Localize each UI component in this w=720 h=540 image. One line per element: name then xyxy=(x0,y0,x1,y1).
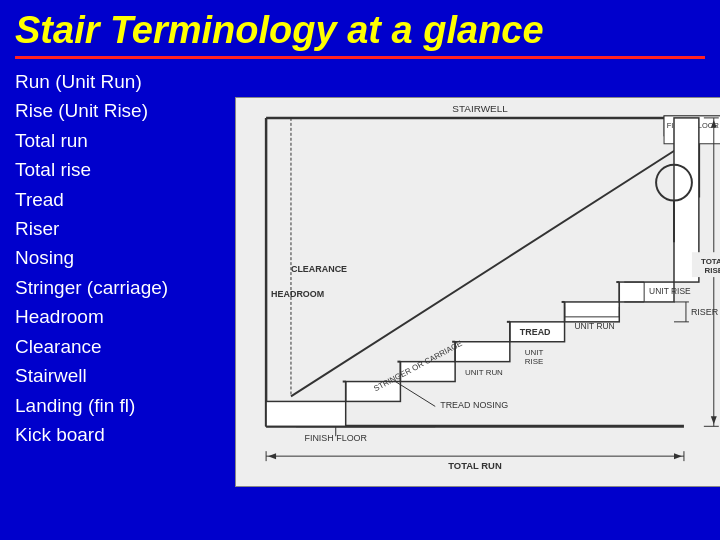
list-item: Stringer (carriage) xyxy=(15,273,225,302)
list-item: Total rise xyxy=(15,155,225,184)
slide-title: Stair Terminology at a glance xyxy=(15,10,705,52)
svg-rect-16 xyxy=(266,401,346,426)
stair-diagram: FINISH FLOOR STAIRWELL FINISH FLOOR FINI… xyxy=(235,97,720,487)
svg-text:TREAD NOSING: TREAD NOSING xyxy=(440,400,508,410)
svg-text:RISE: RISE xyxy=(525,356,544,365)
slide: Stair Terminology at a glance Run (Unit … xyxy=(0,0,720,540)
svg-text:UNIT RUN: UNIT RUN xyxy=(575,321,615,331)
list-item: Total run xyxy=(15,126,225,155)
terminology-list: Run (Unit Run) Rise (Unit Rise) Total ru… xyxy=(15,67,225,517)
content-area: Run (Unit Run) Rise (Unit Rise) Total ru… xyxy=(15,67,705,517)
svg-text:UNIT RUN: UNIT RUN xyxy=(465,367,503,376)
list-item: Landing (fin fl) xyxy=(15,391,225,420)
list-item: Run (Unit Run) xyxy=(15,67,225,96)
svg-text:TOTAL: TOTAL xyxy=(701,257,720,266)
svg-text:TREAD: TREAD xyxy=(520,327,551,337)
list-item: Clearance xyxy=(15,332,225,361)
list-item: Riser xyxy=(15,214,225,243)
svg-text:STAIRWELL: STAIRWELL xyxy=(452,103,508,114)
svg-text:CLEARANCE: CLEARANCE xyxy=(291,264,347,274)
svg-text:HEADROOM: HEADROOM xyxy=(271,289,324,299)
svg-text:RISER: RISER xyxy=(691,307,719,317)
svg-rect-21 xyxy=(455,342,510,362)
list-item: Rise (Unit Rise) xyxy=(15,96,225,125)
list-item: Headroom xyxy=(15,302,225,331)
list-item: Tread xyxy=(15,185,225,214)
list-item: Stairwell xyxy=(15,361,225,390)
svg-text:UNIT: UNIT xyxy=(525,347,544,356)
stair-diagram-area: FINISH FLOOR STAIRWELL FINISH FLOOR FINI… xyxy=(235,67,720,517)
svg-text:UNIT RISE: UNIT RISE xyxy=(649,286,691,296)
title-underline xyxy=(15,56,705,59)
svg-rect-25 xyxy=(565,302,620,322)
list-item: Nosing xyxy=(15,243,225,272)
svg-text:TOTAL RUN: TOTAL RUN xyxy=(448,460,502,471)
svg-text:RISE: RISE xyxy=(705,266,720,275)
list-item: Kick board xyxy=(15,420,225,449)
